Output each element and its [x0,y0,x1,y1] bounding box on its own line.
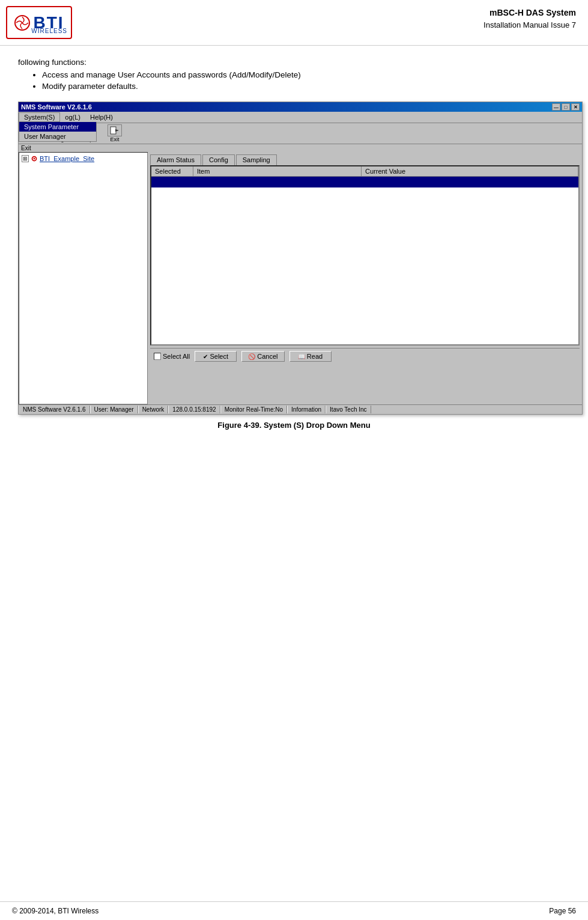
select-all-label: Select All [163,353,190,360]
logo-wireless-text: WIRELESS [31,28,67,34]
read-button[interactable]: 📖 Read [289,351,332,362]
tab-sampling[interactable]: Sampling [236,154,277,165]
menu-bar: System(S) System Parameter User Manager … [19,112,582,123]
status-network: Network [138,406,169,413]
menu-system-label: System(S) [24,114,55,121]
table-header: Selected Item Current Value [151,166,578,177]
toolbar-exit[interactable]: Exit [104,124,126,142]
read-icon: 📖 [298,353,305,360]
status-monitor: Monitor Real-Time:No [220,406,287,413]
toolbar-exit-label: Exit [110,136,119,142]
cancel-button[interactable]: 🚫 Cancel [241,351,284,362]
header-title: mBSC-H DAS System Installation Manual Is… [483,6,576,32]
logo-box: BTI WIRELESS [6,6,72,39]
title-bar: NMS Software V2.6.1.6 — □ ✕ [19,102,582,112]
status-ip: 128.0.0.15:8192 [168,406,220,413]
footer-copyright: © 2009-2014, BTI Wireless [12,907,99,915]
content-panel: Alarm Status Config Sampling Selected It… [148,152,582,404]
page-footer: © 2009-2014, BTI Wireless Page 56 [0,901,588,920]
table-row-selected[interactable] [151,177,578,187]
maximize-button[interactable]: □ [562,103,570,111]
table-empty-area [151,187,578,338]
status-bar: NMS Software V2.6.1.6 User: Manager Netw… [19,404,582,414]
config-table: Selected Item Current Value [150,165,580,346]
tab-config[interactable]: Config [202,154,235,165]
menu-help[interactable]: Help(H) [85,113,118,121]
logo-area: BTI WIRELESS [6,6,72,39]
table-header-value: Current Value [362,166,578,176]
status-version: NMS Software V2.6.1.6 [19,406,90,413]
select-button[interactable]: ✔ Select [195,351,237,362]
table-header-item: Item [193,166,362,176]
dropdown-item-user-manager[interactable]: User Manager [19,132,96,141]
toolbar: Alarm Log ? Help Exit [19,123,582,144]
table-row-value-cell [362,177,578,187]
svg-marker-10 [115,129,119,132]
close-button[interactable]: ✕ [571,103,580,111]
svg-point-13 [34,158,35,160]
cancel-button-label: Cancel [257,353,277,360]
menu-log[interactable]: og(L) [60,113,85,121]
button-row: Select All ✔ Select 🚫 Cancel 📖 Read [150,348,580,364]
select-all-checkbox-label[interactable]: Select All [154,353,190,360]
read-button-label: Read [307,353,323,360]
table-header-selected: Selected [151,166,193,176]
select-checkmark-icon: ✔ [203,353,208,360]
title-bar-text: NMS Software V2.6.1.6 [21,103,92,111]
logo-icon [14,14,31,31]
header-title-line2: Installation Manual Issue 7 [483,19,576,32]
system-dropdown-menu: System Parameter User Manager [19,122,97,142]
minimize-button[interactable]: — [552,103,560,111]
bullet-list: Access and manage User Accounts and pass… [18,70,570,91]
table-row-item-cell [193,177,362,187]
cancel-icon: 🚫 [248,353,255,360]
status-user: User: Manager [90,406,138,413]
exit-icon [108,124,122,136]
tab-bar: Alarm Status Config Sampling [150,154,580,165]
menu-system[interactable]: System(S) [19,112,60,122]
tree-site-label[interactable]: BTI_Example_Site [40,155,94,162]
svg-rect-9 [111,127,116,134]
figure-caption: Figure 4-39. System (S) Drop Down Menu [18,421,570,430]
tab-alarm-status[interactable]: Alarm Status [150,154,201,165]
screenshot-window: NMS Software V2.6.1.6 — □ ✕ System(S) Sy… [18,102,583,415]
dropdown-item-system-parameter[interactable]: System Parameter [19,122,96,132]
tree-site-icon [30,154,38,163]
select-button-label: Select [210,353,228,360]
status-info: Information [287,406,326,413]
tree-panel: ⊞ BTI_Example_Site [19,152,148,404]
tree-expand-icon[interactable]: ⊞ [22,155,29,162]
page-content: following functions: Access and manage U… [0,46,588,454]
bullet-item-2: Modify parameter defaults. [42,82,570,91]
title-bar-buttons: — □ ✕ [552,103,580,111]
bullet-item-1: Access and manage User Accounts and pass… [42,70,570,79]
intro-text: following functions: [18,58,570,67]
footer-page: Page 56 [549,907,576,915]
menu-log-label: og(L) [65,114,80,121]
menu-help-label: Help(H) [90,114,113,121]
header-title-line1: mBSC-H DAS System [483,6,576,19]
exit-row: Exit [19,144,582,152]
main-area: ⊞ BTI_Example_Site Alarm Status Config S… [19,152,582,404]
table-row-selected-cell [151,177,193,187]
page-header: BTI WIRELESS mBSC-H DAS System Installat… [0,0,588,46]
status-company: Itavo Tech Inc [326,406,371,413]
tree-item-site[interactable]: ⊞ BTI_Example_Site [20,154,146,163]
select-all-checkbox[interactable] [154,353,161,360]
